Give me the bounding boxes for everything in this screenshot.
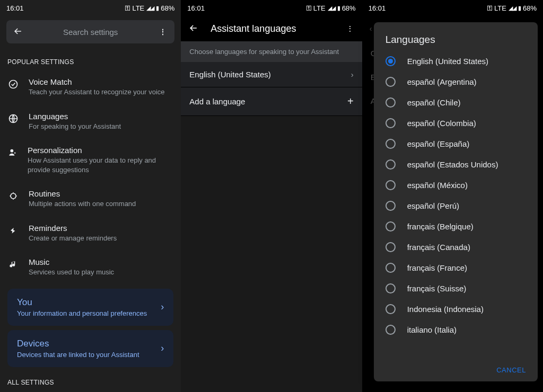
card-you[interactable]: You Your information and personal prefer… (7, 289, 173, 326)
language-option[interactable]: italiano (Italia) (374, 319, 538, 340)
dialog-actions: CANCEL (374, 361, 538, 376)
language-dialog: Languages English (United States) españo… (374, 22, 538, 381)
setting-sub: Multiple actions with one command (29, 199, 136, 209)
globe-icon (7, 113, 19, 124)
setting-languages[interactable]: Languages For speaking to your Assistant (0, 104, 181, 139)
card-title: You (17, 297, 147, 308)
language-label: español (México) (407, 181, 468, 190)
screen-assistant-languages: 16:01 ⚿ LTE ◢◢ ▮ 68% Assistant languages… (181, 0, 362, 392)
language-radio-list[interactable]: English (United States) español (Argenti… (374, 51, 538, 361)
language-label: français (Suisse) (407, 284, 467, 293)
person-icon (7, 147, 18, 158)
radio-icon (386, 180, 396, 190)
status-time: 16:01 (6, 4, 24, 12)
setting-sub: Create or manage reminders (29, 234, 117, 243)
vpn-icon: ⚿ (487, 5, 492, 11)
radio-icon (386, 304, 396, 314)
radio-icon (386, 325, 396, 335)
setting-music[interactable]: Music Services used to play music (0, 250, 181, 284)
radio-icon (386, 97, 396, 108)
reminders-icon (7, 225, 19, 236)
radio-icon (386, 283, 396, 293)
section-all: ALL SETTINGS (0, 371, 181, 390)
setting-title: Routines (29, 189, 136, 198)
language-option[interactable]: français (Suisse) (374, 278, 538, 299)
network-label: LTE (132, 4, 144, 12)
status-bar: 16:01 ⚿ LTE ◢◢ ▮ 68% (181, 0, 362, 16)
cancel-button[interactable]: CANCEL (496, 366, 526, 374)
more-icon[interactable]: ⋮ (345, 24, 355, 33)
primary-language-row[interactable]: English (United States) › (181, 62, 362, 87)
dialog-title: Languages (374, 34, 538, 51)
svg-point-2 (10, 149, 13, 153)
page-title: Assistant languages (211, 23, 333, 34)
language-option[interactable]: español (México) (374, 175, 538, 195)
setting-sub: Teach your Assistant to recognize your v… (29, 87, 165, 97)
setting-personalization[interactable]: Personalization How Assistant uses your … (0, 138, 181, 182)
search-placeholder: Search settings (24, 28, 156, 37)
language-label: English (United States) (407, 57, 488, 66)
card-devices[interactable]: Devices Devices that are linked to your … (7, 330, 173, 367)
radio-icon (386, 118, 396, 128)
language-label: español (Perú) (407, 201, 459, 210)
setting-reminders[interactable]: Reminders Create or manage reminders (0, 216, 181, 251)
status-right: ⚿ LTE ◢◢ ▮ 68% (306, 4, 356, 12)
language-option[interactable]: español (Chile) (374, 92, 538, 113)
radio-icon (386, 56, 396, 66)
radio-icon (386, 221, 396, 231)
add-language-row[interactable]: Add a language + (181, 87, 362, 116)
battery-percent: 68% (342, 4, 356, 12)
language-label: español (Chile) (407, 98, 461, 107)
battery-icon: ▮ (518, 5, 521, 12)
language-option[interactable]: English (United States) (374, 51, 538, 72)
vpn-icon: ⚿ (125, 5, 130, 11)
language-label: español (España) (407, 139, 470, 148)
status-bar: 16:01 ⚿ LTE ◢◢ ▮ 68% (0, 0, 181, 16)
status-right: ⚿ LTE ◢◢ ▮ 68% (487, 4, 537, 12)
status-right: ⚿ LTE ◢◢ ▮ 68% (125, 4, 174, 12)
battery-icon: ▮ (156, 5, 159, 12)
language-label: français (Belgique) (407, 222, 474, 231)
setting-sub: Services used to play music (29, 268, 114, 277)
setting-voice-match[interactable]: Voice Match Teach your Assistant to reco… (0, 70, 181, 104)
setting-title: Voice Match (29, 77, 165, 86)
language-option[interactable]: español (Estados Unidos) (374, 154, 538, 175)
vpn-icon: ⚿ (306, 5, 311, 11)
battery-percent: 68% (161, 4, 174, 12)
chevron-right-icon: › (351, 70, 354, 79)
setting-routines[interactable]: Routines Multiple actions with one comma… (0, 182, 181, 216)
routines-icon (7, 190, 19, 202)
setting-sub: For speaking to your Assistant (29, 122, 121, 131)
language-option[interactable]: español (Argentina) (374, 72, 538, 92)
network-label: LTE (494, 4, 506, 12)
network-label: LTE (313, 4, 326, 12)
status-time: 16:01 (369, 4, 386, 12)
language-option[interactable]: español (España) (374, 133, 538, 154)
chevron-right-icon: › (161, 301, 164, 313)
plus-icon: + (347, 95, 354, 108)
screen-assistant-settings: 16:01 ⚿ LTE ◢◢ ▮ 68% Search settings ⋮ P… (0, 0, 181, 392)
language-label: français (France) (407, 263, 467, 272)
svg-point-0 (10, 81, 17, 88)
section-popular: POPULAR SETTINGS (0, 48, 181, 70)
status-bar: 16:01 ⚿ LTE ◢◢ ▮ 68% (362, 0, 543, 16)
battery-icon: ▮ (337, 5, 340, 12)
language-option[interactable]: français (France) (374, 257, 538, 278)
language-label: español (Estados Unidos) (407, 160, 498, 169)
search-bar[interactable]: Search settings ⋮ (6, 20, 174, 43)
language-label: español (Colombia) (407, 119, 476, 128)
back-icon[interactable] (12, 26, 24, 38)
language-option[interactable]: español (Perú) (374, 195, 538, 216)
more-icon[interactable]: ⋮ (156, 28, 169, 36)
music-icon (7, 259, 19, 270)
language-option[interactable]: Indonesia (Indonesia) (374, 299, 538, 319)
info-strip: Choose languages for speaking to your As… (181, 41, 362, 62)
screen-language-picker: 16:01 ⚿ LTE ◢◢ ▮ 68% ‹ C E A Languages E… (362, 0, 543, 392)
radio-icon (386, 263, 396, 273)
setting-title: Languages (29, 112, 121, 121)
setting-title: Music (29, 257, 114, 266)
back-icon[interactable] (188, 23, 199, 35)
language-option[interactable]: français (Belgique) (374, 216, 538, 237)
language-option[interactable]: français (Canada) (374, 237, 538, 257)
language-option[interactable]: español (Colombia) (374, 113, 538, 133)
